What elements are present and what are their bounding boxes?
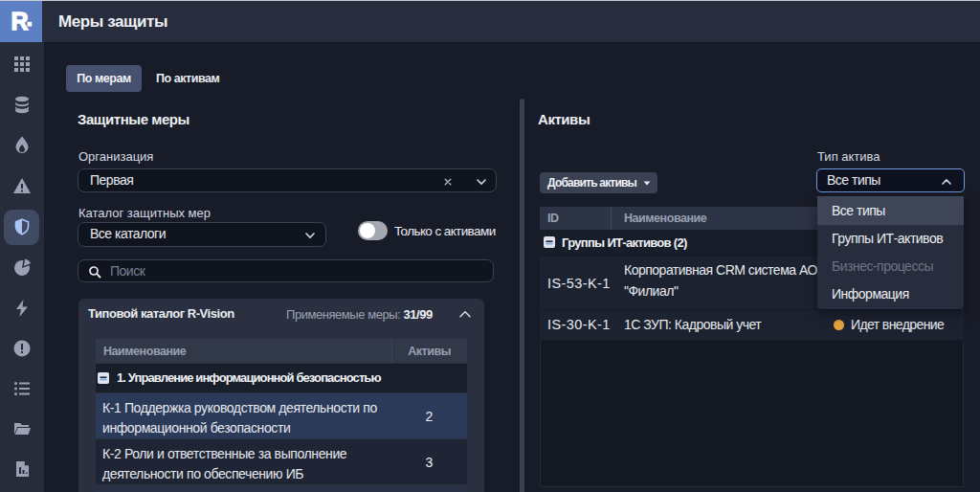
svg-text:R: R bbox=[11, 8, 29, 34]
